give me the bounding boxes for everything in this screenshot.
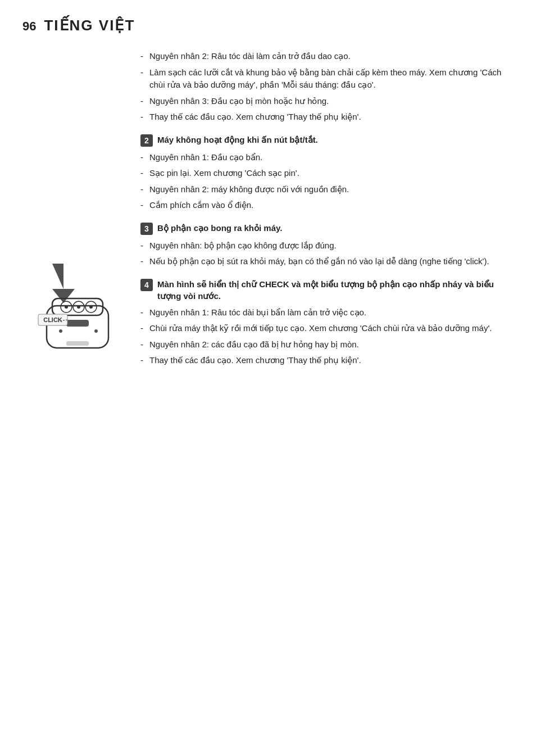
left-column: CLICK xyxy=(22,50,135,376)
section2-bullets: Nguyên nhân 1: Đầu cạo bẩn. Sạc pin lại.… xyxy=(140,151,514,212)
illustration: CLICK xyxy=(35,258,122,356)
svg-point-10 xyxy=(59,329,62,333)
svg-point-7 xyxy=(77,305,80,309)
list-item: Nguyên nhân 2: Râu tóc dài làm cản trở đ… xyxy=(140,50,514,63)
svg-point-8 xyxy=(89,305,93,309)
svg-marker-0 xyxy=(52,264,75,303)
section3-number: 3 xyxy=(140,223,153,235)
list-item: Chùi rửa máy thật kỹ rồi mới tiếp tục cạ… xyxy=(140,322,514,335)
list-item: Thay thế các đầu cạo. Xem chương 'Thay t… xyxy=(140,354,514,367)
section3-title: Bộ phận cạo bong ra khỏi máy. xyxy=(157,222,282,234)
section3-header: 3 Bộ phận cạo bong ra khỏi máy. xyxy=(140,222,514,235)
section2-number: 2 xyxy=(140,134,153,147)
list-item: Nếu bộ phận cạo bị sút ra khỏi máy, bạn … xyxy=(140,255,514,268)
section4-bullets: Nguyên nhân 1: Râu tóc dài bụi bẩn làm c… xyxy=(140,306,514,367)
section4-number: 4 xyxy=(140,279,153,291)
page-number: 96 xyxy=(22,19,36,34)
page-title: TIẾNG VIỆT xyxy=(44,17,135,34)
list-item: Thay thế các đầu cạo. Xem chương 'Thay t… xyxy=(140,111,514,124)
list-item: Nguyên nhân 2: các đầu cạo đã bị hư hỏng… xyxy=(140,338,514,351)
svg-rect-15 xyxy=(66,341,89,346)
shaver-illustration: CLICK xyxy=(35,258,122,356)
svg-point-6 xyxy=(65,305,68,309)
section2-title: Máy không hoạt động khi ấn nút bật/tắt. xyxy=(157,134,318,146)
intro-bullets-list: Nguyên nhân 2: Râu tóc dài làm cản trở đ… xyxy=(140,50,514,124)
page-header: 96 TIẾNG VIỆT xyxy=(22,17,514,34)
list-item: Làm sạch các lưỡi cắt và khung bảo vệ bằ… xyxy=(140,66,514,92)
list-item: Nguyên nhân 2: máy không được nối với ng… xyxy=(140,183,514,196)
section4-title: Màn hình sẽ hiển thị chữ CHECK và một bi… xyxy=(157,278,514,302)
page: 96 TIẾNG VIỆT xyxy=(0,0,536,756)
svg-rect-9 xyxy=(66,320,89,327)
section2-header: 2 Máy không hoạt động khi ấn nút bật/tắt… xyxy=(140,134,514,147)
list-item: Nguyên nhân 1: Đầu cạo bẩn. xyxy=(140,151,514,164)
section3-bullets: Nguyên nhân: bộ phận cạo không được lắp … xyxy=(140,239,514,268)
right-column: Nguyên nhân 2: Râu tóc dài làm cản trở đ… xyxy=(135,50,514,376)
list-item: Nguyên nhân 3: Đầu cạo bị mòn hoặc hư hỏ… xyxy=(140,95,514,108)
list-item: Nguyên nhân 1: Râu tóc dài bụi bẩn làm c… xyxy=(140,306,514,319)
list-item: Sạc pin lại. Xem chương 'Cách sạc pin'. xyxy=(140,167,514,180)
section4-header: 4 Màn hình sẽ hiển thị chữ CHECK và một … xyxy=(140,278,514,302)
svg-point-11 xyxy=(94,329,98,333)
list-item: Cắm phích cắm vào ổ điện. xyxy=(140,199,514,212)
svg-text:CLICK: CLICK xyxy=(43,316,62,323)
list-item: Nguyên nhân: bộ phận cạo không được lắp … xyxy=(140,239,514,252)
content-area: CLICK Nguyên nhân 2: Râu tóc dài làm cản… xyxy=(22,50,514,376)
